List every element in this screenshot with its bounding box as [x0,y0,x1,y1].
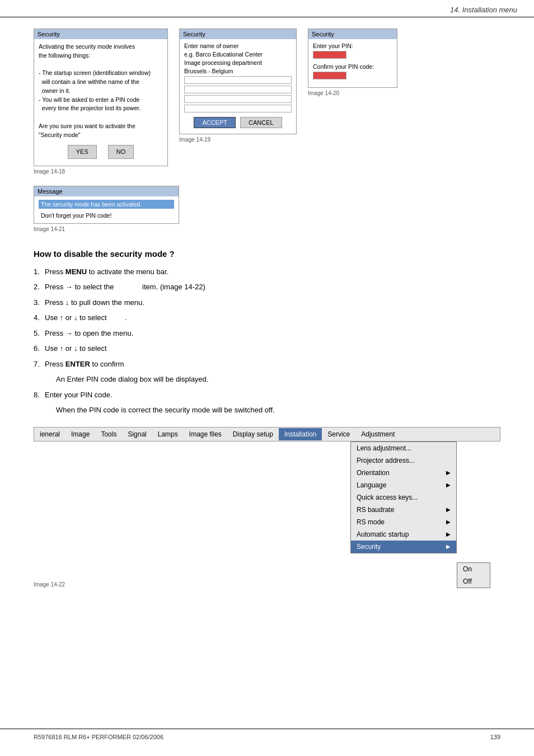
step-1: 1. Press MENU to activate the menu bar. [34,266,500,278]
step1-num: 1. [34,266,40,278]
dropdown-rsmode[interactable]: RS mode ▶ [351,516,456,528]
menu-item-displaysetup[interactable]: Display setup [227,428,279,440]
screenshot1-content: Activating the security mode involvesthe… [34,39,167,166]
step5-num: 5. [34,328,40,339]
screenshot2-line2: e.g. Barco Educational Center [184,51,292,58]
screenshot-2: Security Enter name of owner e.g. Barco … [179,29,297,175]
step-6: 6. Use ↑ or ↓ to select [34,343,500,354]
screenshots-row: Security Activating the security mode in… [34,29,500,175]
menu-item-general[interactable]: ieneral [34,428,65,440]
footer-left: R5976816 RLM R6+ PERFORMER 02/06/2006 [34,734,163,740]
step-8: 8. Enter your PIN code. [34,389,500,401]
screenshot1-buttons: YES NO [39,145,163,159]
no-button[interactable]: NO [108,145,134,159]
screenshot-1: Security Activating the security mode in… [34,29,168,175]
autostartup-arrow: ▶ [446,531,451,537]
menu-item-signal[interactable]: Signal [122,428,152,440]
orientation-arrow: ▶ [446,469,451,476]
menu-bar: ieneral Image Tools Signal Lamps Image f… [34,427,500,442]
bottom-screenshot: ieneral Image Tools Signal Lamps Image f… [34,427,500,588]
menu-item-lamps[interactable]: Lamps [152,428,184,440]
menu-item-tools[interactable]: Tools [95,428,122,440]
message-highlight: The security mode has been activated. [39,200,174,209]
step3-num: 3. [34,297,40,308]
submenu-off[interactable]: Off [457,575,490,588]
screenshot2-title: Security [180,29,296,39]
disable-section: How to disable the security mode ? 1. Pr… [34,249,500,416]
submenu-on[interactable]: On [457,563,490,575]
menu-item-adjustment[interactable]: Adjustment [355,428,400,440]
menu-item-imagefiles[interactable]: Image files [184,428,227,440]
screenshot3-line2: Confirm your PIN code: [313,63,392,70]
screenshot3-label: Image 14-20 [308,90,397,96]
menu-item-service[interactable]: Service [322,428,355,440]
dropdown-projector[interactable]: Projector address... [351,454,456,467]
pin-input-1[interactable] [313,51,346,59]
page-footer: R5976816 RLM R6+ PERFORMER 02/06/2006 13… [0,729,534,745]
security-arrow: ▶ [446,543,451,550]
step-7: 7. Press ENTER to confirm [34,359,500,370]
rsbaudrate-arrow: ▶ [446,506,451,513]
input-field-2[interactable] [184,86,292,93]
footer-right: 139 [490,734,500,740]
menu-item-installation[interactable]: Installation [279,428,322,440]
pin-input-2[interactable] [313,72,346,79]
screenshot2-line4: Brussels - Belgium [184,68,292,74]
language-arrow: ▶ [446,482,451,488]
input-field-3[interactable] [184,95,292,103]
screenshot2-label: Image 14-19 [179,137,297,143]
screenshot2-line3: Image processing department [184,59,292,66]
message-box-title: Message [34,186,179,196]
message-label: Image 14-21 [34,226,500,232]
menu-item-image[interactable]: Image [65,428,95,440]
screenshot3-content: Enter your PIN: Confirm your PIN code: [308,39,397,87]
cancel-button[interactable]: CANCEL [240,117,282,128]
step7-num: 7. [34,359,40,370]
accept-button[interactable]: ACCEPT [194,117,236,128]
dropdown-autostartup[interactable]: Automatic startup ▶ [351,528,456,541]
dropdown-rsbaudrate[interactable]: RS baudrate ▶ [351,504,456,516]
bottom-screenshot-label: Image 14-22 [34,581,500,588]
screenshot3-title: Security [308,29,397,39]
dropdown-quickaccess[interactable]: Quick access keys... [351,491,456,504]
message-box-content: The security mode has been activated. Do… [34,196,179,223]
screenshot1-label: Image 14-18 [34,168,168,175]
message-normal: Don't forget your PIN code! [39,211,174,220]
disable-heading: How to disable the security mode ? [34,249,500,259]
screenshot2-buttons: ACCEPT CANCEL [184,117,292,128]
step2-num: 2. [34,281,40,293]
step7-bold: ENTER [65,360,90,368]
step-4: 4. Use ↑ or ↓ to select . [34,312,500,323]
rsmode-arrow: ▶ [446,519,451,525]
page-header: 14. Installation menu [0,0,534,17]
installation-dropdown: Lens adjustment... Projector address... … [350,442,457,553]
step4-num: 4. [34,312,40,323]
screenshot-3: Security Enter your PIN: Confirm your PI… [308,29,397,175]
step1-bold: MENU [65,267,87,276]
dropdown-lens[interactable]: Lens adjustment... [351,442,456,454]
yes-button[interactable]: YES [68,145,97,159]
dropdown-orientation[interactable]: Orientation ▶ [351,467,456,479]
step-2: 2. Press → to select the item. (image 14… [34,281,500,293]
message-box: Message The security mode has been activ… [34,186,179,224]
step-3: 3. Press ↓ to pull down the menu. [34,297,500,308]
screenshot1-title: Security [34,29,167,39]
message-section: Message The security mode has been activ… [34,186,500,232]
disable-steps: 1. Press MENU to activate the menu bar. … [34,266,500,416]
screenshot2-line1: Enter name of owner [184,43,292,49]
step-8-indent: When the PIN code is correct the securit… [34,405,500,416]
input-field-4[interactable] [184,105,292,112]
chapter-title: 14. Installation menu [450,6,517,14]
security-submenu: On Off [457,562,490,588]
input-field-1[interactable] [184,76,292,84]
step8-num: 8. [34,389,40,401]
step-5: 5. Press → to open the menu. [34,328,500,339]
screenshot3-line1: Enter your PIN: [313,43,392,49]
dropdown-language[interactable]: Language ▶ [351,479,456,491]
step-7-indent: An Enter PIN code dialog box will be dis… [34,374,500,385]
screenshot2-content: Enter name of owner e.g. Barco Education… [180,39,296,134]
step6-num: 6. [34,343,40,354]
dropdown-security[interactable]: Security ▶ [351,541,456,553]
